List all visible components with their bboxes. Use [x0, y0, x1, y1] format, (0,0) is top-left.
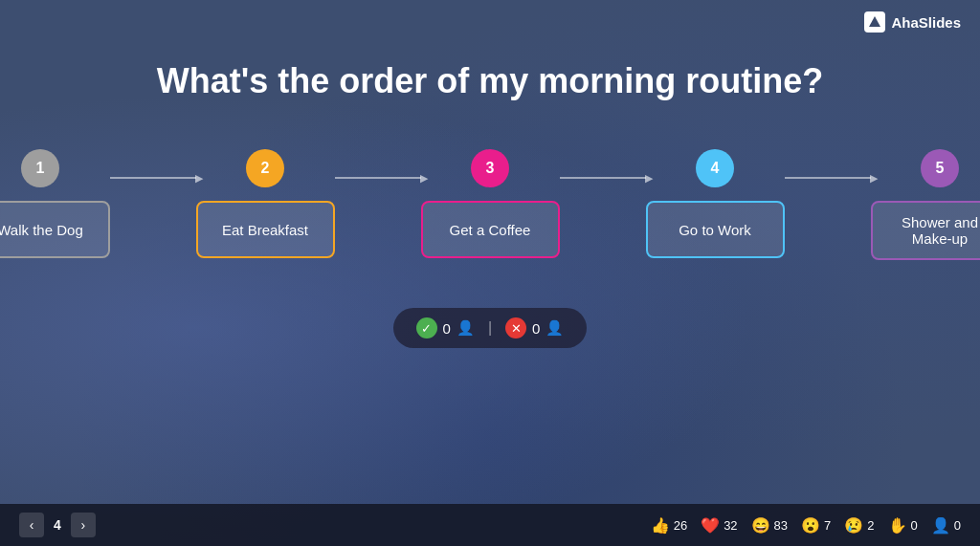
- step-5-card[interactable]: Shower and Make-up: [871, 201, 981, 260]
- step-4-circle: 4: [696, 149, 734, 187]
- svg-marker-0: [869, 16, 880, 27]
- incorrect-status: ✕ 0 👤: [505, 317, 564, 339]
- incorrect-count: 0: [532, 320, 540, 337]
- step-1-circle: 1: [21, 149, 59, 187]
- step-4-card[interactable]: Go to Work: [646, 201, 785, 258]
- person-icon-correct: 👤: [457, 319, 475, 337]
- logo: AhaSlides: [864, 11, 961, 33]
- logo-text: AhaSlides: [891, 14, 961, 31]
- step-2: 2 Eat Breakfast: [196, 149, 335, 258]
- correct-status: ✓ 0 👤: [416, 317, 475, 339]
- status-divider: |: [488, 319, 492, 337]
- person-icon-incorrect: 👤: [546, 319, 564, 337]
- arrow-1: ▶: [110, 149, 196, 187]
- main-content: AhaSlides What's the order of my morning…: [0, 0, 980, 546]
- arrow-3: ▶: [560, 149, 646, 187]
- steps-area: 1 Walk the Dog ▶ 2 Eat Breakfast ▶: [0, 149, 980, 260]
- header: AhaSlides: [0, 0, 980, 33]
- step-5: 5 Shower and Make-up: [871, 149, 981, 260]
- slide-title: What's the order of my morning routine?: [119, 61, 862, 101]
- arrow-4: ▶: [785, 149, 871, 187]
- step-4: 4 Go to Work: [646, 149, 785, 258]
- step-3: 3 Get a Coffee: [421, 149, 560, 258]
- x-icon: ✕: [505, 317, 526, 339]
- step-5-circle: 5: [921, 149, 959, 187]
- step-3-card[interactable]: Get a Coffee: [421, 201, 560, 258]
- arrow-2: ▶: [335, 149, 421, 187]
- correct-count: 0: [443, 320, 451, 337]
- step-3-circle: 3: [471, 149, 509, 187]
- step-1: 1 Walk the Dog: [0, 149, 110, 258]
- step-2-circle: 2: [246, 149, 284, 187]
- logo-icon: [864, 11, 885, 33]
- status-bar: ✓ 0 👤 | ✕ 0 👤: [393, 308, 588, 348]
- check-icon: ✓: [416, 317, 437, 339]
- step-2-card[interactable]: Eat Breakfast: [196, 201, 335, 258]
- step-1-card[interactable]: Walk the Dog: [0, 201, 110, 258]
